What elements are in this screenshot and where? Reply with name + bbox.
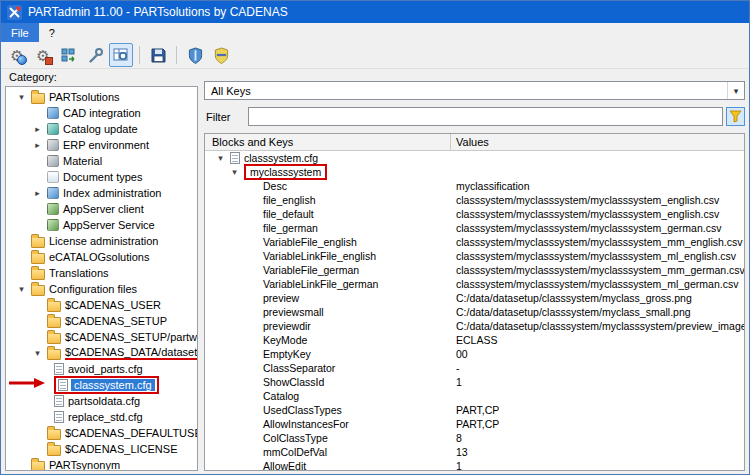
keys-filter-dropdown[interactable]: All Keys ▾ <box>204 81 745 100</box>
table-row[interactable]: AllowEdit1 <box>205 459 744 471</box>
tree-item-configuration-files[interactable]: ▾Configuration files <box>6 281 197 297</box>
table-row[interactable]: EmptyKey00 <box>205 347 744 361</box>
chevron-down-icon[interactable]: ▾ <box>16 285 27 294</box>
tree-item-erp-environment[interactable]: ▸ERP environment <box>6 137 197 153</box>
table-row[interactable]: previewsmallC:/data/datasetup/classsyste… <box>205 305 744 319</box>
tree-item-cadenas-setup-partwarehouse[interactable]: $CADENAS_SETUP/partwarehouse <box>6 329 197 345</box>
menu-help[interactable]: ? <box>39 23 65 42</box>
appserver-client-icon <box>47 203 59 215</box>
table-row[interactable]: ClassSeparator- <box>205 361 744 375</box>
tree-item-cadenas-setup[interactable]: $CADENAS_SETUP <box>6 313 197 329</box>
chevron-down-icon[interactable]: ▾ <box>727 82 744 99</box>
row-value: classsystem/myclasssystem/myclasssystem_… <box>451 250 744 262</box>
tree-item-ecatalogsolutions[interactable]: eCATALOGsolutions <box>6 249 197 265</box>
tree-item-cadenas-defaultuser[interactable]: $CADENAS_DEFAULTUSER <box>6 425 197 441</box>
tree-item-appserver-service[interactable]: AppServer Service <box>6 217 197 233</box>
tree-item-label: ERP environment <box>63 139 149 151</box>
tree-item-license-administration[interactable]: License administration <box>6 233 197 249</box>
row-key: file_german <box>263 222 318 234</box>
folder-icon <box>47 429 61 440</box>
tree-item-cadenas-license[interactable]: $CADENAS_LICENSE <box>6 441 197 457</box>
config-file-icon <box>54 411 64 423</box>
tree-item-replace-std-cfg[interactable]: replace_std.cfg <box>6 409 197 425</box>
table-row[interactable]: previewC:/data/datasetup/classsystem/myc… <box>205 291 744 305</box>
table-row[interactable]: previewdirC:/data/datasetup/classsystem/… <box>205 319 744 333</box>
tree-item-index-administration[interactable]: ▸Index administration <box>6 185 197 201</box>
chevron-right-icon[interactable]: ▸ <box>32 189 43 198</box>
chevron-right-icon[interactable]: ▸ <box>32 125 43 134</box>
table-row[interactable]: file_defaultclasssystem/myclasssystem/my… <box>205 207 744 221</box>
row-key: VariableLinkFile_english <box>263 250 376 262</box>
table-row[interactable]: VariableLinkFile_englishclasssystem/mycl… <box>205 249 744 263</box>
row-value: C:/data/datasetup/classsystem/myclass_gr… <box>451 292 744 304</box>
tree-item-catalog-update[interactable]: ▸Catalog update <box>6 121 197 137</box>
table-row[interactable]: UsedClassTypesPART,CP <box>205 403 744 417</box>
annotation-red-box: classsystem.cfg <box>54 376 159 394</box>
menu-file[interactable]: File <box>1 23 39 42</box>
chevron-down-icon[interactable]: ▾ <box>229 168 240 177</box>
tree-item-label: $CADENAS_SETUP <box>65 315 167 327</box>
folder-icon <box>47 349 61 360</box>
table-row[interactable]: mmColDefVal13 <box>205 445 744 459</box>
chevron-down-icon[interactable]: ▾ <box>16 93 27 102</box>
tree-item-document-types[interactable]: Document types <box>6 169 197 185</box>
table-row[interactable]: ColClassType8 <box>205 431 744 445</box>
folder-icon <box>31 93 45 104</box>
keys-table: Blocks and Keys Values ▾classsystem.cfg … <box>204 133 745 471</box>
table-row[interactable]: VariableLinkFile_germanclasssystem/mycla… <box>205 277 744 291</box>
table-row[interactable]: KeyModeECLASS <box>205 333 744 347</box>
tree-item-material[interactable]: Material <box>6 153 197 169</box>
tree-item-partsolutions[interactable]: ▾PARTsolutions <box>6 89 197 105</box>
table-row[interactable]: ▾classsystem.cfg <box>205 151 744 165</box>
tree-item-label: $CADENAS_LICENSE <box>65 443 178 455</box>
tree-item-cadenas-user[interactable]: $CADENAS_USER <box>6 297 197 313</box>
tree-item-label: AppServer Service <box>63 219 155 231</box>
save-button[interactable] <box>146 43 170 67</box>
tree-item-label: $CADENAS_USER <box>65 299 161 311</box>
tree-item-label: $CADENAS_DATA/datasetup <box>65 346 198 360</box>
tree-item-label: partsoldata.cfg <box>68 395 140 407</box>
table-row[interactable]: VariableFile_englishclasssystem/myclasss… <box>205 235 744 249</box>
chevron-down-icon[interactable]: ▾ <box>215 154 226 163</box>
filter-input[interactable] <box>248 107 723 126</box>
title-bar: PARTadmin 11.00 - PARTsolutions by CADEN… <box>1 1 749 23</box>
folder-icon <box>47 333 61 344</box>
index-update-button[interactable] <box>57 43 81 67</box>
row-key: VariableLinkFile_german <box>263 278 378 290</box>
tree-item-partsoldata-cfg[interactable]: partsoldata.cfg <box>6 393 197 409</box>
table-row[interactable]: ShowClassId1 <box>205 375 744 389</box>
column-header-values[interactable]: Values <box>451 134 744 150</box>
table-row[interactable]: Descmyclassification <box>205 179 744 193</box>
settings-button[interactable]: ⚙ <box>31 43 55 67</box>
chevron-down-icon[interactable]: ▾ <box>32 349 43 358</box>
window-title: PARTadmin 11.00 - PARTsolutions by CADEN… <box>28 5 288 19</box>
tools-button[interactable] <box>83 43 107 67</box>
table-row[interactable]: file_germanclasssystem/myclasssystem/myc… <box>205 221 744 235</box>
tree-item-partsynonym[interactable]: PARTsynonym <box>6 457 197 471</box>
appserver-service-icon <box>47 219 59 231</box>
table-row[interactable]: VariableFile_germanclasssystem/myclasssy… <box>205 263 744 277</box>
shield-user-button[interactable] <box>183 43 207 67</box>
tree-item-label: Configuration files <box>49 283 137 295</box>
tree-item-cad-integration[interactable]: CAD integration <box>6 105 197 121</box>
shield-admin-button[interactable] <box>209 43 233 67</box>
configuration-button[interactable]: ⚙ <box>5 43 29 67</box>
table-row[interactable]: Catalog <box>205 389 744 403</box>
column-header-keys[interactable]: Blocks and Keys <box>205 134 451 150</box>
table-row[interactable]: ▾myclasssystem <box>205 165 744 179</box>
tree-item-appserver-client[interactable]: AppServer client <box>6 201 197 217</box>
apply-filter-button[interactable] <box>726 107 745 126</box>
table-view-button[interactable] <box>109 43 133 67</box>
tree-item-label: PARTsynonym <box>49 459 120 471</box>
folder-icon <box>47 317 61 328</box>
tree-item-avoid-parts-cfg[interactable]: avoid_parts.cfg <box>6 361 197 377</box>
table-row[interactable]: AllowInstancesForPART,CP <box>205 417 744 431</box>
row-key: ShowClassId <box>263 376 324 388</box>
tree-item-cadenas-data-datasetup[interactable]: ▾$CADENAS_DATA/datasetup <box>6 345 197 361</box>
table-row[interactable]: file_englishclasssystem/myclasssystem/my… <box>205 193 744 207</box>
tree-item-translations[interactable]: Translations <box>6 265 197 281</box>
shield-blue-icon <box>188 47 203 64</box>
row-key: previewsmall <box>263 306 324 318</box>
chevron-right-icon[interactable]: ▸ <box>32 141 43 150</box>
wrench-icon <box>87 47 104 64</box>
